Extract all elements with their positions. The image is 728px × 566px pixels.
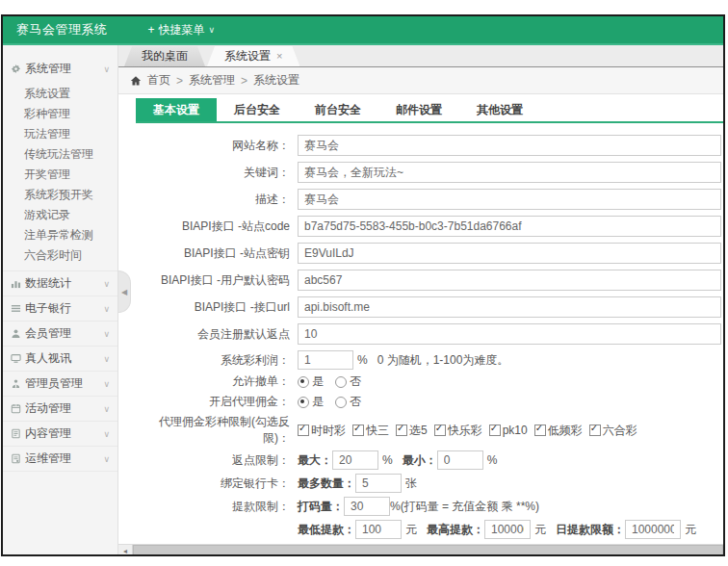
sidebar-item-label: 会员管理 bbox=[25, 325, 103, 342]
checkbox-checked-icon[interactable] bbox=[589, 424, 601, 436]
turnover-input[interactable] bbox=[344, 497, 390, 516]
lottery-option-klc[interactable]: 快乐彩 bbox=[434, 423, 482, 439]
member-icon bbox=[11, 328, 21, 339]
radio-checked-icon[interactable] bbox=[298, 376, 309, 388]
video-icon bbox=[11, 353, 21, 364]
lottery-option-lhc[interactable]: 六合彩 bbox=[589, 423, 637, 439]
biapi-default-password-input[interactable] bbox=[298, 270, 721, 291]
sidebar-item-draw-management[interactable]: 开奖管理 bbox=[3, 165, 117, 185]
form-row: 开启代理佣金： 是 否 bbox=[136, 394, 723, 410]
sidebar-item-game-records[interactable]: 游戏记录 bbox=[3, 205, 117, 225]
sidebar-item-label: 活动管理 bbox=[25, 400, 103, 417]
checkbox-checked-icon[interactable] bbox=[298, 424, 309, 436]
breadcrumb-home[interactable]: 首页 bbox=[147, 72, 170, 89]
chevron-down-icon: ∨ bbox=[103, 354, 110, 364]
admin-icon bbox=[11, 378, 21, 389]
percent-unit: % bbox=[357, 353, 368, 367]
site-name-input[interactable] bbox=[298, 135, 721, 156]
lottery-option-x5[interactable]: 选5 bbox=[396, 423, 428, 439]
tab-other-settings[interactable]: 其他设置 bbox=[459, 98, 540, 121]
sidebar-item-admin-management[interactable]: 管理员管理 ∨ bbox=[3, 371, 117, 396]
biapi-url-input[interactable] bbox=[298, 296, 721, 318]
sidebar-item-bet-anomaly[interactable]: 注单异常检测 bbox=[3, 225, 117, 245]
sidebar-item-label: 系统管理 bbox=[25, 61, 103, 77]
lottery-option-dpc[interactable]: 低频彩 bbox=[534, 423, 583, 439]
withdraw-min-input[interactable] bbox=[355, 520, 402, 539]
radio-unchecked-icon[interactable] bbox=[335, 397, 347, 408]
form-row: BIAPI接口 -站点code bbox=[136, 216, 723, 237]
sidebar-item-system-settings[interactable]: 系统设置 bbox=[3, 84, 117, 104]
horizontal-scrollbar[interactable]: ◂ bbox=[118, 544, 723, 556]
rebate-min-input[interactable] bbox=[437, 450, 483, 470]
sidebar-item-member-management[interactable]: 会员管理 ∨ bbox=[3, 321, 117, 346]
sidebar-item-label: 运维管理 bbox=[25, 450, 103, 467]
form-row: 描述： bbox=[136, 189, 723, 210]
sidebar-item-live-video[interactable]: 真人视讯 ∨ bbox=[3, 346, 117, 371]
checkbox-checked-icon[interactable] bbox=[352, 424, 364, 436]
tab-frontend-security[interactable]: 前台安全 bbox=[298, 98, 378, 121]
sidebar-item-traditional-play[interactable]: 传统玩法管理 bbox=[3, 144, 117, 165]
system-profit-input[interactable] bbox=[298, 350, 353, 370]
tab-backend-security[interactable]: 后台安全 bbox=[217, 98, 298, 121]
lottery-option-ssc[interactable]: 时时彩 bbox=[298, 423, 346, 439]
sidebar-submenu: 系统设置 彩种管理 玩法管理 传统玩法管理 开奖管理 系统彩预开奖 游戏记录 注… bbox=[3, 81, 117, 270]
register-rebate-input[interactable] bbox=[298, 323, 721, 345]
biapi-site-code-input[interactable] bbox=[298, 216, 721, 237]
quick-menu-button[interactable]: + 快捷菜单 ∨ bbox=[148, 22, 216, 39]
biapi-site-key-input[interactable] bbox=[298, 243, 721, 264]
checkbox-checked-icon[interactable] bbox=[489, 424, 501, 436]
sidebar-item-mark-six-time[interactable]: 六合彩时间 bbox=[3, 245, 117, 266]
rebate-limit-label: 返点限制： bbox=[136, 452, 298, 469]
breadcrumb-system-management[interactable]: 系统管理 bbox=[189, 72, 235, 89]
daily-limit-input[interactable] bbox=[625, 520, 681, 539]
checkbox-checked-icon[interactable] bbox=[534, 424, 546, 436]
sidebar-item-play-management[interactable]: 玩法管理 bbox=[3, 124, 117, 144]
form-row: 关键词： bbox=[136, 162, 723, 183]
cards-unit: 张 bbox=[405, 476, 417, 492]
allow-cancel-yes-option[interactable]: 是 bbox=[298, 373, 324, 390]
bank-cards-label: 绑定银行卡： bbox=[136, 476, 298, 492]
keywords-input[interactable] bbox=[298, 162, 721, 183]
sidebar-item-activity-management[interactable]: 活动管理 ∨ bbox=[3, 396, 117, 421]
yuan-unit: 元 bbox=[685, 522, 696, 538]
sidebar-item-system-management[interactable]: 系统管理 ∨ bbox=[3, 57, 117, 81]
checkbox-label: 选5 bbox=[409, 423, 428, 439]
lottery-option-k3[interactable]: 快三 bbox=[352, 423, 389, 439]
tab-system-settings[interactable]: 系统设置 × bbox=[207, 46, 299, 66]
checkbox-checked-icon[interactable] bbox=[434, 424, 446, 436]
checkbox-checked-icon[interactable] bbox=[396, 424, 407, 436]
sidebar-collapse-handle[interactable]: ◀ bbox=[118, 270, 131, 313]
register-rebate-label: 会员注册默认返点 bbox=[136, 326, 298, 343]
tab-mail-settings[interactable]: 邮件设置 bbox=[378, 98, 459, 121]
agent-commission-no-option[interactable]: 否 bbox=[335, 394, 361, 410]
yuan-unit: 元 bbox=[534, 522, 546, 538]
form-row: BIAPI接口 -接口url bbox=[136, 296, 723, 318]
rebate-max-input[interactable] bbox=[332, 450, 378, 470]
allow-cancel-no-option[interactable]: 否 bbox=[335, 373, 361, 390]
site-name-label: 网站名称： bbox=[136, 138, 298, 154]
withdraw-max-input[interactable] bbox=[484, 520, 531, 539]
bank-cards-max-input[interactable] bbox=[355, 474, 402, 493]
radio-checked-icon[interactable] bbox=[298, 397, 309, 408]
sidebar-item-label: 真人视讯 bbox=[25, 350, 103, 367]
sidebar-item-e-bank[interactable]: 电子银行 ∨ bbox=[3, 296, 117, 321]
sidebar-item-lottery-type[interactable]: 彩种管理 bbox=[3, 104, 117, 124]
tab-my-desktop[interactable]: 我的桌面 bbox=[124, 46, 205, 66]
sidebar-item-content-management[interactable]: 内容管理 ∨ bbox=[3, 421, 117, 446]
chevron-down-icon: ∨ bbox=[103, 429, 110, 439]
scroll-left-button[interactable]: ◂ bbox=[118, 545, 133, 556]
description-input[interactable] bbox=[298, 189, 721, 210]
turnover-hint: %(打码量 = 充值金额 乘 **%) bbox=[390, 499, 539, 515]
scrollbar-thumb[interactable] bbox=[133, 545, 723, 556]
agent-commission-yes-option[interactable]: 是 bbox=[298, 394, 324, 410]
agent-commission-label: 开启代理佣金： bbox=[136, 394, 298, 410]
lottery-option-pk10[interactable]: pk10 bbox=[489, 424, 528, 437]
tab-basic-settings[interactable]: 基本设置 bbox=[136, 98, 217, 121]
settings-tab-bar: 基本设置 后台安全 前台安全 邮件设置 其他设置 bbox=[136, 98, 723, 123]
biapi-code-label: BIAPI接口 -站点code bbox=[136, 219, 298, 235]
close-icon[interactable]: × bbox=[276, 46, 282, 66]
sidebar-item-data-statistics[interactable]: 数据统计 ∨ bbox=[3, 270, 117, 296]
sidebar-item-ops-management[interactable]: 运维管理 ∨ bbox=[3, 446, 117, 472]
radio-unchecked-icon[interactable] bbox=[335, 376, 347, 388]
sidebar-item-system-predraw[interactable]: 系统彩预开奖 bbox=[3, 185, 117, 205]
